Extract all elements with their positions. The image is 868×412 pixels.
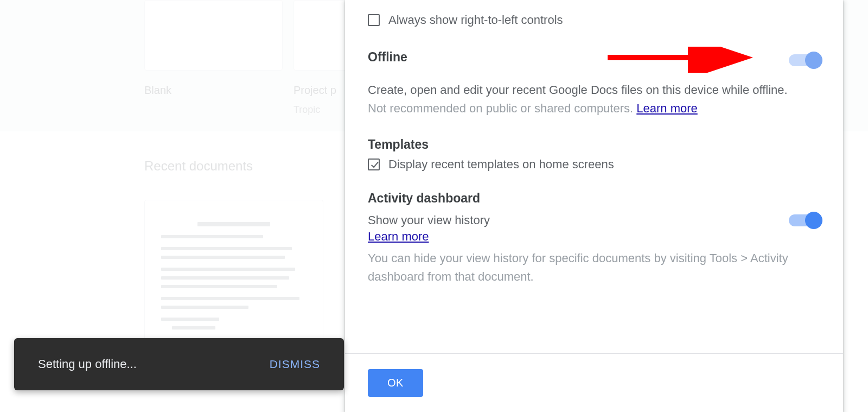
activity-dashboard-section: Activity dashboard Show your view histor… (368, 191, 820, 286)
templates-checkbox[interactable] (368, 159, 380, 170)
templates-heading: Templates (368, 137, 820, 152)
activity-heading: Activity dashboard (368, 191, 820, 206)
templates-section: Templates Display recent templates on ho… (368, 137, 820, 172)
rtl-checkbox[interactable] (368, 14, 380, 26)
templates-checkbox-row[interactable]: Display recent templates on home screens (368, 157, 820, 172)
offline-toggle[interactable] (789, 54, 820, 66)
dialog-footer: OK (345, 353, 843, 412)
offline-section: Offline Create, open and edit your recen… (368, 50, 820, 118)
activity-toggle[interactable] (789, 214, 820, 226)
offline-learn-more-link[interactable]: Learn more (636, 102, 698, 115)
ok-button[interactable]: OK (368, 369, 423, 397)
toast-message: Setting up offline... (38, 357, 137, 371)
offline-hint: Not recommended on public or shared comp… (368, 99, 820, 118)
offline-hint-text: Not recommended on public or shared comp… (368, 102, 636, 115)
toast-dismiss-button[interactable]: DISMISS (270, 358, 320, 371)
settings-dialog: Always show right-to-left controls Offli… (345, 0, 843, 412)
activity-learn-more-link[interactable]: Learn more (368, 230, 429, 243)
activity-hint: You can hide your view history for speci… (368, 249, 820, 286)
toast-notification: Setting up offline... DISMISS (14, 338, 344, 390)
templates-label: Display recent templates on home screens (388, 157, 614, 172)
activity-label: Show your view history (368, 211, 490, 230)
offline-heading: Offline (368, 50, 407, 65)
rtl-label: Always show right-to-left controls (388, 13, 563, 27)
offline-description: Create, open and edit your recent Google… (368, 81, 820, 99)
rtl-controls-row[interactable]: Always show right-to-left controls (368, 13, 820, 27)
